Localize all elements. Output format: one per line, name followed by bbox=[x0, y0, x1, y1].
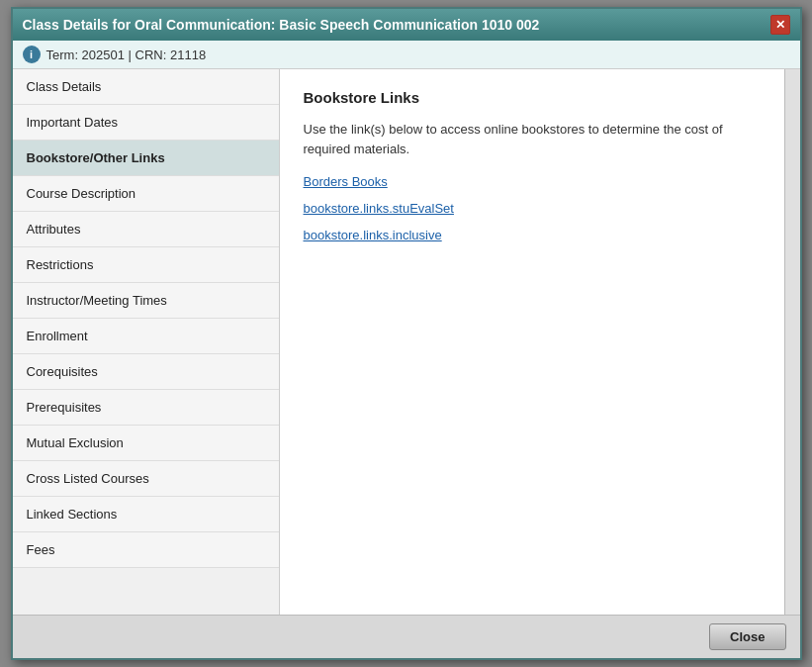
sidebar-item-corequisites[interactable]: Corequisites bbox=[13, 354, 279, 390]
info-bar: i Term: 202501 | CRN: 21118 bbox=[13, 41, 800, 69]
sidebar-item-cross-listed-courses[interactable]: Cross Listed Courses bbox=[13, 461, 279, 497]
sidebar-item-class-details[interactable]: Class Details bbox=[13, 69, 279, 105]
term-crn-text: Term: 202501 | CRN: 21118 bbox=[46, 48, 207, 62]
sidebar-item-course-description[interactable]: Course Description bbox=[13, 176, 279, 212]
title-bar-close-button[interactable]: ✕ bbox=[770, 15, 790, 35]
sidebar-item-fees[interactable]: Fees bbox=[13, 532, 279, 568]
sidebar-item-bookstore-other-links[interactable]: Bookstore/Other Links bbox=[13, 141, 279, 176]
close-button[interactable]: Close bbox=[709, 623, 785, 650]
content-description: Use the link(s) below to access online b… bbox=[304, 120, 761, 158]
dialog-title: Class Details for Oral Communication: Ba… bbox=[23, 17, 540, 33]
sidebar-item-restrictions[interactable]: Restrictions bbox=[13, 247, 279, 283]
sidebar-item-linked-sections[interactable]: Linked Sections bbox=[13, 497, 279, 532]
bookstore-links-container: Borders Booksbookstore.links.stuEvalSetb… bbox=[304, 174, 761, 242]
content-area: Bookstore Links Use the link(s) below to… bbox=[280, 69, 784, 615]
footer: Close bbox=[13, 615, 800, 658]
bookstore-link-inclusive[interactable]: bookstore.links.inclusive bbox=[304, 228, 761, 242]
sidebar-item-enrollment[interactable]: Enrollment bbox=[13, 319, 279, 354]
content-title: Bookstore Links bbox=[304, 89, 761, 106]
sidebar-item-important-dates[interactable]: Important Dates bbox=[13, 105, 279, 141]
class-details-dialog: Class Details for Oral Communication: Ba… bbox=[11, 7, 802, 660]
sidebar: Class DetailsImportant DatesBookstore/Ot… bbox=[13, 69, 280, 615]
sidebar-item-attributes[interactable]: Attributes bbox=[13, 212, 279, 247]
title-bar: Class Details for Oral Communication: Ba… bbox=[13, 9, 800, 41]
main-content: Class DetailsImportant DatesBookstore/Ot… bbox=[13, 69, 800, 615]
scrollbar-track[interactable] bbox=[784, 69, 800, 615]
sidebar-item-instructor-meeting-times[interactable]: Instructor/Meeting Times bbox=[13, 283, 279, 319]
bookstore-link-borders-books[interactable]: Borders Books bbox=[304, 174, 761, 189]
sidebar-item-mutual-exclusion[interactable]: Mutual Exclusion bbox=[13, 426, 279, 461]
sidebar-item-prerequisites[interactable]: Prerequisites bbox=[13, 390, 279, 426]
info-icon: i bbox=[23, 46, 41, 63]
bookstore-link-stu-eval-set[interactable]: bookstore.links.stuEvalSet bbox=[304, 201, 761, 216]
